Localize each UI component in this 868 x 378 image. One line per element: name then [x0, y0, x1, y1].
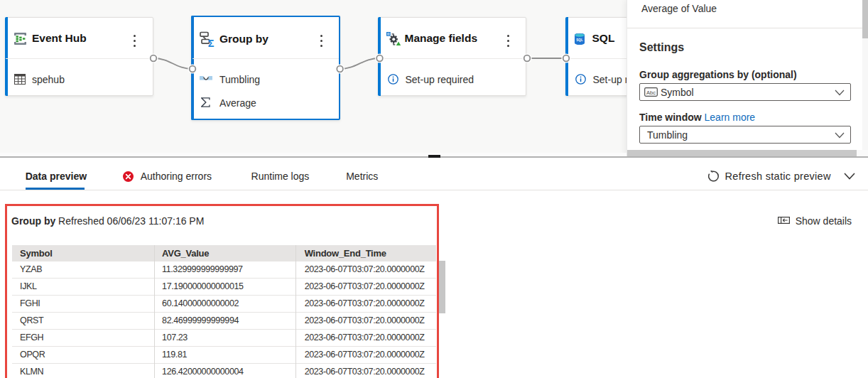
svg-text:Abc: Abc: [646, 90, 656, 96]
